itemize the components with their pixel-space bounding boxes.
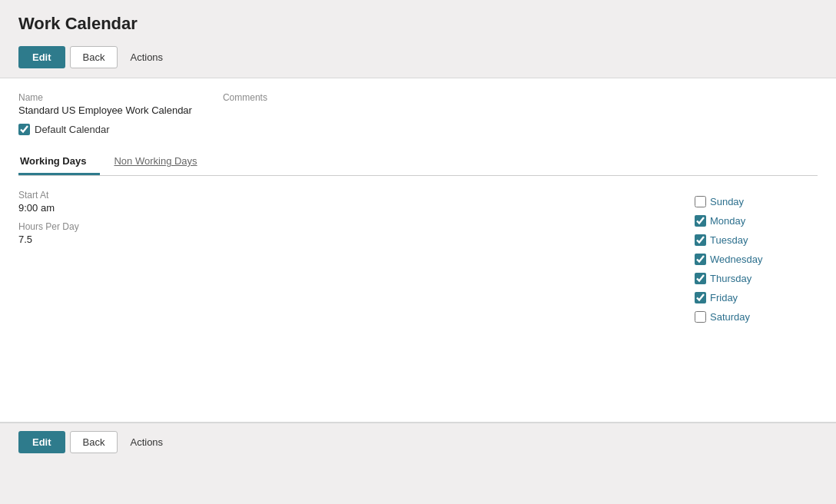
- day-checkboxes: SundayMondayTuesdayWednesdayThursdayFrid…: [695, 190, 818, 403]
- day-row: Monday: [695, 215, 745, 227]
- top-back-button[interactable]: Back: [70, 46, 118, 68]
- tab-non-working-days[interactable]: Non Working Days: [112, 148, 211, 175]
- day-checkbox-friday[interactable]: [695, 292, 706, 303]
- bottom-toolbar: Edit Back Actions: [0, 423, 836, 463]
- content-area: Name Standard US Employee Work Calendar …: [0, 78, 836, 176]
- day-label-monday: Monday: [710, 215, 745, 227]
- name-value: Standard US Employee Work Calendar: [18, 104, 192, 116]
- hours-per-day-block: Hours Per Day 7.5: [18, 221, 79, 245]
- top-edit-button[interactable]: Edit: [18, 46, 65, 68]
- default-calendar-checkbox[interactable]: [18, 124, 30, 135]
- hours-per-day-label: Hours Per Day: [18, 221, 79, 232]
- day-label-sunday: Sunday: [710, 196, 744, 207]
- day-row: Thursday: [695, 273, 751, 284]
- start-at-value: 9:00 am: [18, 202, 79, 214]
- comments-label: Comments: [223, 92, 818, 103]
- day-label-wednesday: Wednesday: [710, 254, 762, 265]
- day-checkbox-sunday[interactable]: [695, 196, 706, 207]
- day-checkbox-monday[interactable]: [695, 215, 706, 227]
- day-row: Saturday: [695, 311, 750, 323]
- tabs-bar: Working Days Non Working Days: [18, 148, 818, 176]
- day-row: Sunday: [695, 196, 744, 207]
- day-row: Tuesday: [695, 234, 748, 246]
- comments-group: Comments: [223, 92, 818, 116]
- start-at-block: Start At 9:00 am: [18, 190, 79, 214]
- main-content: Start At 9:00 am Hours Per Day 7.5 Sunda…: [0, 176, 836, 422]
- day-label-friday: Friday: [710, 292, 738, 303]
- hours-per-day-value: 7.5: [18, 234, 79, 245]
- default-calendar-label: Default Calendar: [35, 124, 110, 135]
- day-checkbox-tuesday[interactable]: [695, 234, 706, 246]
- bottom-actions-button[interactable]: Actions: [122, 432, 171, 453]
- bottom-back-button[interactable]: Back: [70, 431, 118, 453]
- day-label-saturday: Saturday: [710, 311, 750, 323]
- top-toolbar: Edit Back Actions: [0, 41, 836, 78]
- day-label-thursday: Thursday: [710, 273, 751, 284]
- tab-working-days[interactable]: Working Days: [18, 148, 100, 175]
- day-checkbox-saturday[interactable]: [695, 311, 706, 323]
- name-label: Name: [18, 92, 192, 103]
- form-name-comments-row: Name Standard US Employee Work Calendar …: [18, 92, 818, 116]
- bottom-edit-button[interactable]: Edit: [18, 431, 65, 453]
- name-group: Name Standard US Employee Work Calendar: [18, 92, 192, 116]
- day-row: Friday: [695, 292, 738, 303]
- page-title: Work Calendar: [0, 0, 836, 41]
- default-calendar-row: Default Calendar: [18, 124, 818, 135]
- day-checkbox-thursday[interactable]: [695, 273, 706, 284]
- page-wrapper: Work Calendar Edit Back Actions Name Sta…: [0, 0, 836, 504]
- day-label-tuesday: Tuesday: [710, 234, 748, 246]
- left-fields: Start At 9:00 am Hours Per Day 7.5: [18, 190, 79, 403]
- start-at-label: Start At: [18, 190, 79, 201]
- day-row: Wednesday: [695, 254, 762, 265]
- day-checkbox-wednesday[interactable]: [695, 254, 706, 265]
- top-actions-button[interactable]: Actions: [122, 47, 171, 68]
